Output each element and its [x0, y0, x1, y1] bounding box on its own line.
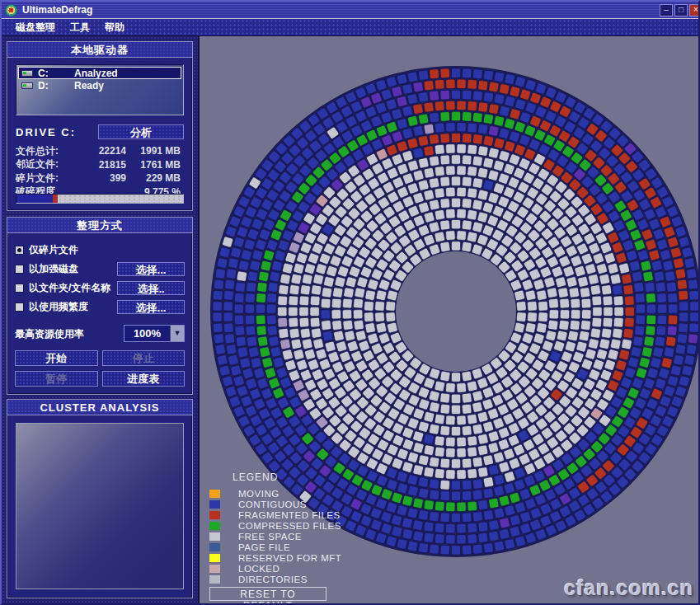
local-drives-panel: 本地驱动器 C: Analyzed D: Ready DRIVE C: 分析	[7, 41, 193, 211]
legend-swatch-fragmented	[209, 511, 220, 519]
minimize-button[interactable]: –	[660, 4, 673, 16]
legend-item-locked: LOCKED	[209, 563, 341, 574]
progress-segment-rest	[58, 195, 183, 203]
defrag-method-panel: 整理方式 仅碎片文件 以加强磁盘 选择... 以文件夹/文件名称 选择..	[7, 217, 193, 395]
legend-swatch-locked	[209, 565, 220, 573]
legend-swatch-mft	[209, 554, 220, 562]
stat-size: 1761 MB	[126, 159, 184, 171]
drive-icon	[21, 82, 33, 89]
stat-label: 邻近文件:	[16, 157, 87, 171]
legend-item-free-space: FREE SPACE	[209, 532, 341, 542]
fragmentation-progress-bar	[16, 194, 184, 204]
local-drives-header: 本地驱动器	[7, 42, 192, 58]
menu-tools[interactable]: 工具	[63, 21, 97, 35]
option-only-fragmented-files[interactable]: 仅碎片文件	[15, 241, 185, 260]
maximize-button[interactable]: □	[674, 4, 688, 16]
legend-swatch-moving	[209, 490, 220, 498]
legend-swatch-free-space	[209, 532, 220, 541]
stop-button[interactable]: 停止	[102, 350, 186, 366]
option-label: 以使用频繁度	[29, 300, 88, 314]
title-bar[interactable]: UltimateDefrag – □ ×	[2, 2, 698, 19]
checkbox[interactable]	[15, 265, 24, 274]
menu-disk-defrag[interactable]: 磁盘整理	[8, 21, 63, 35]
legend-label: LOCKED	[238, 564, 280, 574]
option-label: 以文件夹/文件名称	[29, 281, 110, 295]
stat-count: 22214	[87, 145, 126, 157]
resource-usage-select[interactable]: 100% ▼	[124, 325, 185, 342]
option-label: 仅碎片文件	[29, 243, 78, 257]
drive-status: Ready	[74, 80, 181, 91]
pause-button[interactable]: 暂停	[15, 371, 98, 387]
checkbox[interactable]	[15, 284, 24, 293]
window-controls: – □ ×	[660, 4, 700, 16]
drive-letter: C:	[38, 68, 74, 79]
option-by-folder-filename[interactable]: 以文件夹/文件名称 选择..	[15, 279, 185, 298]
cluster-analysis-view	[16, 423, 184, 589]
legend-swatch-directories	[209, 575, 220, 584]
reset-to-default-button[interactable]: RESET TO DEFAULT	[209, 587, 327, 601]
drive-list[interactable]: C: Analyzed D: Ready	[16, 64, 184, 115]
legend-item-contiguous: CONTIGUOUS	[209, 499, 341, 510]
option-by-usage-frequency[interactable]: 以使用频繁度 选择...	[15, 298, 185, 317]
legend-label: COMPRESSED FILES	[238, 521, 341, 531]
legend-item-compressed: COMPRESSED FILES	[209, 521, 341, 532]
stat-count: 21815	[87, 159, 126, 171]
legend-swatch-compressed	[209, 522, 220, 530]
menu-bar: 磁盘整理 工具 帮助	[2, 19, 698, 36]
drive-letter: D:	[38, 80, 74, 91]
select-button-folder[interactable]: 选择..	[117, 281, 185, 295]
legend-label: CONTIGUOUS	[238, 499, 307, 509]
stat-label: 文件总计:	[16, 144, 87, 158]
chevron-down-icon[interactable]: ▼	[170, 326, 184, 341]
progress-table-button[interactable]: 进度表	[102, 371, 186, 387]
drive-icon	[21, 70, 33, 77]
start-button[interactable]: 开始	[15, 350, 98, 366]
legend-swatch-contiguous	[209, 500, 220, 509]
defrag-options: 仅碎片文件 以加强磁盘 选择... 以文件夹/文件名称 选择.. 以使用频繁度 …	[15, 241, 185, 317]
menu-help[interactable]: 帮助	[97, 21, 132, 35]
stat-fragmented-files: 碎片文件: 399 229 MB	[16, 171, 184, 185]
legend-label: FREE SPACE	[238, 532, 302, 542]
stat-total-files: 文件总计: 22214 1991 MB	[16, 144, 184, 158]
drive-stats: 文件总计: 22214 1991 MB 邻近文件: 21815 1761 MB …	[16, 144, 184, 199]
defrag-control-buttons: 开始 停止 暂停 进度表	[15, 350, 185, 387]
legend-label: MOVING	[238, 489, 280, 499]
stat-label: 碎片文件:	[16, 171, 87, 185]
select-button-consolidate[interactable]: 选择...	[117, 262, 185, 276]
stat-size: 1991 MB	[126, 145, 184, 157]
drive-status: Analyzed	[74, 68, 181, 79]
ultimatedefrag-window: UltimateDefrag – □ × 磁盘整理 工具 帮助 本地驱动器 C:…	[0, 0, 700, 605]
analyze-button[interactable]: 分析	[98, 124, 184, 139]
legend-label: FRAGMENTED FILES	[238, 510, 341, 520]
close-button[interactable]: ×	[689, 4, 700, 16]
drive-action-row: DRIVE C: 分析	[16, 124, 184, 139]
sidebar: 本地驱动器 C: Analyzed D: Ready DRIVE C: 分析	[2, 36, 200, 603]
legend-item-directories: DIRECTORIES	[209, 574, 341, 584]
stat-size: 229 MB	[126, 172, 184, 184]
legend-swatch-page-file	[209, 543, 220, 551]
legend-label: PAGE FILE	[238, 542, 290, 552]
option-consolidate-disk[interactable]: 以加强磁盘 选择...	[15, 260, 185, 279]
legend-item-moving: MOVING	[209, 489, 341, 499]
legend-item-fragmented: FRAGMENTED FILES	[209, 510, 341, 521]
legend: LEGEND MOVING CONTIGUOUS FRAGMENTED FILE…	[209, 471, 341, 584]
select-button-usage[interactable]: 选择...	[117, 300, 185, 314]
resource-usage-row: 最高资源使用率 100% ▼	[15, 325, 185, 343]
cluster-analysis-header: CLUSTER ANALYSIS	[7, 400, 192, 415]
selected-drive-label: DRIVE C:	[16, 126, 76, 138]
checkbox[interactable]	[15, 302, 24, 312]
resource-usage-value: 100%	[124, 326, 170, 341]
cluster-analysis-panel: CLUSTER ANALYSIS	[7, 399, 193, 598]
drive-row-d[interactable]: D: Ready	[18, 79, 181, 91]
resource-usage-label: 最高资源使用率	[15, 328, 84, 340]
window-title: UltimateDefrag	[22, 4, 92, 16]
checkbox-checked[interactable]	[15, 246, 24, 255]
app-icon	[5, 4, 17, 16]
drive-row-c[interactable]: C: Analyzed	[18, 67, 181, 79]
legend-title: LEGEND	[233, 471, 341, 483]
option-label: 以加强磁盘	[29, 262, 78, 276]
progress-segment-blue	[16, 195, 53, 203]
legend-item-page-file: PAGE FILE	[209, 542, 341, 552]
defrag-method-header: 整理方式	[7, 218, 192, 233]
stat-count: 399	[87, 172, 126, 184]
